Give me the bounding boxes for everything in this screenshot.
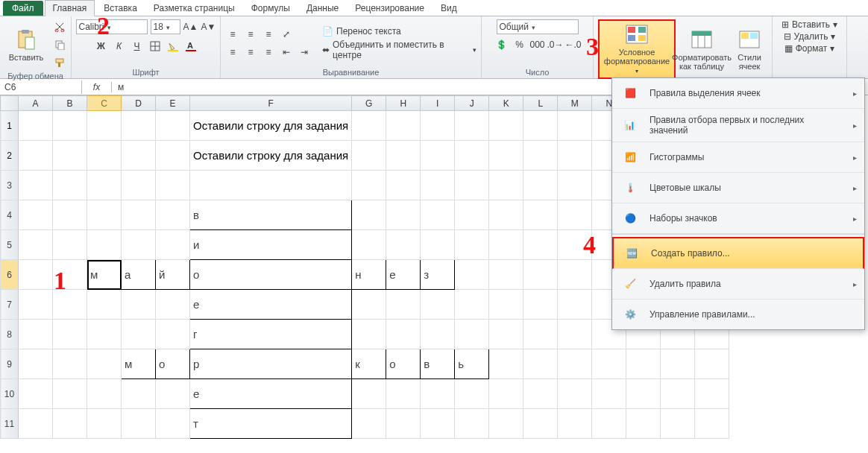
cell[interactable]	[421, 171, 455, 200]
cell[interactable]	[19, 171, 53, 200]
shrink-font-button[interactable]: A▼	[201, 19, 216, 34]
cell[interactable]	[352, 320, 386, 349]
cell[interactable]	[592, 349, 626, 379]
cell-styles-button[interactable]: Стили ячеек	[728, 26, 771, 72]
col-header[interactable]: D	[122, 96, 156, 111]
cell[interactable]	[156, 230, 190, 260]
cell[interactable]	[489, 320, 523, 349]
copy-button[interactable]	[52, 37, 67, 52]
italic-button[interactable]: К	[112, 39, 127, 54]
col-header[interactable]: F	[190, 96, 352, 111]
cell[interactable]	[87, 349, 122, 379]
cell[interactable]	[455, 111, 489, 141]
cell[interactable]	[352, 200, 386, 230]
format-cells-button[interactable]: ▦ Формат ▾	[784, 43, 835, 54]
cell[interactable]: м	[122, 349, 156, 379]
cell[interactable]	[352, 171, 386, 200]
cell[interactable]	[523, 111, 558, 141]
cell[interactable]	[661, 349, 695, 379]
cell[interactable]: о	[386, 349, 421, 379]
cell[interactable]	[386, 200, 421, 230]
cell[interactable]: в	[421, 349, 455, 379]
row-header[interactable]: 7	[1, 290, 19, 320]
col-header[interactable]: H	[386, 96, 421, 111]
insert-cells-button[interactable]: ⊞ Вставить ▾	[781, 19, 837, 30]
name-box[interactable]: C6	[0, 80, 82, 94]
tab-file[interactable]: Файл	[3, 1, 43, 16]
cell[interactable]	[558, 171, 592, 200]
cell[interactable]	[626, 409, 661, 439]
cell[interactable]	[695, 379, 729, 409]
cell[interactable]	[19, 409, 53, 439]
row-header[interactable]: 5	[1, 230, 19, 260]
conditional-formatting-button[interactable]: Условное форматирование▾	[598, 19, 676, 79]
cell[interactable]	[626, 379, 661, 409]
cell[interactable]	[558, 111, 592, 141]
cell[interactable]: о	[190, 260, 352, 290]
cell[interactable]	[122, 111, 156, 141]
cell[interactable]	[455, 260, 489, 290]
cell[interactable]	[455, 200, 489, 230]
cell[interactable]	[53, 200, 87, 230]
cell[interactable]	[489, 171, 523, 200]
cell[interactable]	[489, 379, 523, 409]
tab-data[interactable]: Данные	[299, 1, 346, 16]
cell[interactable]	[558, 260, 592, 290]
cell[interactable]	[489, 349, 523, 379]
cell[interactable]	[386, 171, 421, 200]
orientation-button[interactable]: ⤢	[279, 27, 294, 42]
cell[interactable]	[156, 200, 190, 230]
cell[interactable]	[558, 379, 592, 409]
cell[interactable]: н	[352, 260, 386, 290]
menu-top-bottom-rules[interactable]: 📊 Правила отбора первых и последних знач…	[612, 109, 864, 142]
cell[interactable]: Оставили строку для задания	[190, 141, 352, 171]
cell[interactable]	[53, 230, 87, 260]
cell[interactable]	[53, 320, 87, 349]
merge-center-button[interactable]: ⬌ Объединить и поместить в центре▾	[322, 39, 477, 60]
cell[interactable]	[386, 111, 421, 141]
percent-button[interactable]: %	[512, 37, 527, 52]
cell[interactable]: к	[352, 349, 386, 379]
cell[interactable]	[122, 290, 156, 320]
row-header[interactable]: 2	[1, 141, 19, 171]
cell[interactable]	[695, 349, 729, 379]
cell[interactable]: й	[156, 260, 190, 290]
cell[interactable]: е	[386, 260, 421, 290]
row-header[interactable]: 6	[1, 260, 19, 290]
cell[interactable]: м	[87, 260, 122, 290]
cell[interactable]: е	[190, 379, 352, 409]
cell[interactable]	[53, 409, 87, 439]
cell[interactable]	[87, 230, 122, 260]
cell[interactable]	[386, 409, 421, 439]
cell[interactable]	[523, 379, 558, 409]
cell[interactable]: з	[421, 260, 455, 290]
row-header[interactable]: 9	[1, 349, 19, 379]
cell[interactable]	[122, 409, 156, 439]
align-bottom-button[interactable]: ≡	[261, 27, 276, 42]
cell[interactable]	[19, 379, 53, 409]
dec-decimal-button[interactable]: ←.0	[566, 37, 581, 52]
col-header[interactable]: I	[421, 96, 455, 111]
align-left-button[interactable]: ≡	[225, 45, 240, 60]
cell[interactable]	[352, 230, 386, 260]
cell[interactable]	[558, 320, 592, 349]
cell[interactable]	[386, 141, 421, 171]
row-header[interactable]: 4	[1, 200, 19, 230]
cell[interactable]: в	[190, 200, 352, 230]
cell[interactable]	[53, 171, 87, 200]
indent-dec-button[interactable]: ⇤	[279, 45, 294, 60]
menu-clear-rules[interactable]: 🧹 Удалить правила▸	[612, 269, 864, 300]
wrap-text-button[interactable]: 📄 Перенос текста	[322, 26, 477, 37]
cell[interactable]	[53, 290, 87, 320]
cell[interactable]	[156, 409, 190, 439]
cell[interactable]	[156, 379, 190, 409]
tab-formulas[interactable]: Формулы	[244, 1, 298, 16]
col-header[interactable]: M	[558, 96, 592, 111]
paste-button[interactable]: Вставить	[4, 26, 48, 63]
cell[interactable]	[421, 320, 455, 349]
cell[interactable]	[523, 349, 558, 379]
cell[interactable]	[19, 111, 53, 141]
cell[interactable]	[386, 320, 421, 349]
cell[interactable]: Оставили строку для задания	[190, 111, 352, 141]
align-middle-button[interactable]: ≡	[243, 27, 258, 42]
